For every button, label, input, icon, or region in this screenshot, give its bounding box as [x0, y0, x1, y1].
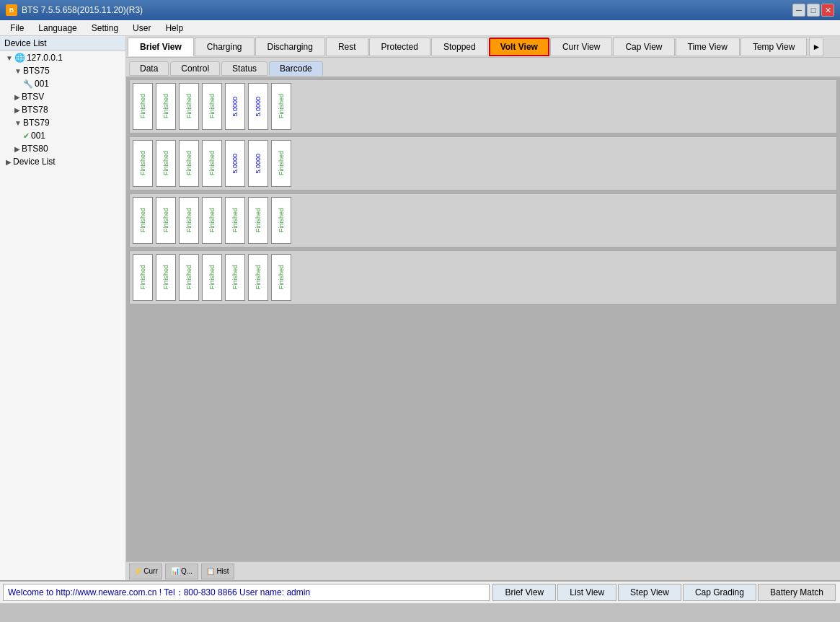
q-icon-button[interactable]: 📊 Q...	[165, 564, 198, 579]
battery-cell-1-3[interactable]: Finished	[179, 83, 199, 130]
sidebar-item-bts79-label: BTS79	[23, 118, 50, 128]
bottom-step-view-button[interactable]: Step View	[618, 584, 681, 601]
tab-protected[interactable]: Protected	[369, 38, 430, 56]
sidebar-item-001a-label: 001	[35, 79, 49, 89]
battery-row-3: Finished Finished Finished Finished Fini…	[129, 193, 837, 248]
window-controls[interactable]: ─ □ ✕	[792, 4, 834, 17]
hist-icon-button[interactable]: 📋 Hist	[201, 564, 234, 579]
menu-file[interactable]: File	[3, 22, 31, 35]
battery-cell-3-2[interactable]: Finished	[156, 197, 176, 244]
battery-cell-3-7[interactable]: Finished	[271, 197, 291, 244]
tab-charging[interactable]: Charging	[195, 38, 255, 56]
q-label: Q...	[181, 567, 193, 575]
battery-row-4: Finished Finished Finished Finished Fini…	[129, 250, 837, 305]
tab-cap-view[interactable]: Cap View	[613, 38, 674, 56]
sub-tab-control[interactable]: Control	[170, 61, 220, 76]
battery-cell-2-7[interactable]: Finished	[271, 140, 291, 187]
sidebar-item-bts75[interactable]: ▼ BTS75	[0, 64, 125, 77]
close-button[interactable]: ✕	[821, 4, 834, 17]
hist-icon: 📋	[206, 567, 215, 575]
window-title: BTS 7.5.5.658(2015.11.20)(R3)	[22, 5, 143, 15]
menu-language[interactable]: Language	[31, 22, 84, 35]
sub-tab-status[interactable]: Status	[221, 61, 268, 76]
battery-cell-2-2[interactable]: Finished	[156, 140, 176, 187]
arrow-right-icon: ▶	[14, 93, 20, 101]
app-icon: B	[6, 4, 17, 16]
battery-cell-4-2[interactable]: Finished	[156, 254, 176, 301]
arrow-down-icon: ▼	[14, 119, 22, 127]
battery-cell-1-6[interactable]: 5.0000	[248, 83, 268, 130]
minimize-button[interactable]: ─	[792, 4, 805, 17]
battery-cell-1-7[interactable]: Finished	[271, 83, 291, 130]
arrow-right-icon: ▶	[6, 158, 12, 166]
bottom-cap-grading-button[interactable]: Cap Grading	[683, 584, 756, 601]
arrow-right-icon: ▶	[14, 106, 20, 114]
menu-bar: File Language Setting User Help	[0, 20, 840, 36]
title-bar: B BTS 7.5.5.658(2015.11.20)(R3) ─ □ ✕	[0, 0, 840, 20]
battery-cell-3-5[interactable]: Finished	[225, 197, 245, 244]
sidebar-item-001b[interactable]: ✔ 001	[0, 129, 125, 142]
status-bar: ⚡ Curr 📊 Q... 📋 Hist	[126, 561, 840, 580]
arrow-down-icon: ▼	[6, 54, 13, 62]
check-icon: ✔	[23, 131, 30, 141]
sidebar-item-ip[interactable]: ▼ 🌐 127.0.0.1	[0, 51, 125, 64]
tab-rest[interactable]: Rest	[326, 38, 368, 56]
battery-cell-1-1[interactable]: Finished	[133, 83, 153, 130]
battery-cell-2-3[interactable]: Finished	[179, 140, 199, 187]
tab-discharging[interactable]: Discharging	[255, 38, 325, 56]
tab-time-view[interactable]: Time View	[676, 38, 740, 56]
menu-help[interactable]: Help	[158, 22, 190, 35]
sidebar-item-bts78[interactable]: ▶ BTS78	[0, 103, 125, 116]
hist-label: Hist	[216, 567, 229, 575]
battery-row-2: Finished Finished Finished Finished 5.00…	[129, 136, 837, 190]
menu-user[interactable]: User	[125, 22, 158, 35]
tab-volt-view[interactable]: Volt View	[489, 38, 549, 56]
battery-cell-1-4[interactable]: Finished	[202, 83, 222, 130]
battery-cell-4-5[interactable]: Finished	[225, 254, 245, 301]
battery-cell-2-5[interactable]: 5.0000	[225, 140, 245, 187]
battery-cell-3-3[interactable]: Finished	[179, 197, 199, 244]
tab-temp-view[interactable]: Temp View	[740, 38, 807, 56]
wrench-icon: 🔧	[23, 79, 33, 89]
chart-icon: 📊	[171, 567, 180, 575]
curr-icon-button[interactable]: ⚡ Curr	[129, 564, 162, 579]
sidebar-header: Device List	[0, 36, 125, 51]
battery-cell-3-4[interactable]: Finished	[202, 197, 222, 244]
maximize-button[interactable]: □	[807, 4, 820, 17]
battery-cell-4-1[interactable]: Finished	[133, 254, 153, 301]
battery-cell-3-1[interactable]: Finished	[133, 197, 153, 244]
battery-cell-3-6[interactable]: Finished	[248, 197, 268, 244]
sidebar-item-device-list2-label: Device List	[13, 157, 56, 167]
battery-cell-4-3[interactable]: Finished	[179, 254, 199, 301]
sidebar: Device List ▼ 🌐 127.0.0.1 ▼ BTS75 🔧 001 …	[0, 36, 126, 580]
curr-icon: ⚡	[133, 567, 142, 575]
sub-tab-barcode[interactable]: Barcode	[269, 61, 323, 76]
menu-setting[interactable]: Setting	[84, 22, 125, 35]
bottom-battery-match-button[interactable]: Battery Match	[758, 584, 836, 601]
battery-cell-1-5[interactable]: 5.0000	[225, 83, 245, 130]
sub-tab-data[interactable]: Data	[129, 61, 169, 76]
battery-cell-2-1[interactable]: Finished	[133, 140, 153, 187]
battery-cell-4-6[interactable]: Finished	[248, 254, 268, 301]
content-area: Brief View Charging Discharging Rest Pro…	[126, 36, 840, 580]
curr-label: Curr	[143, 567, 157, 575]
bottom-bar: Welcome to http://www.neware.com.cn ! Te…	[0, 580, 840, 603]
tab-curr-view[interactable]: Curr View	[550, 38, 612, 56]
main-layout: Device List ▼ 🌐 127.0.0.1 ▼ BTS75 🔧 001 …	[0, 36, 840, 580]
sidebar-item-bts80[interactable]: ▶ BTS80	[0, 142, 125, 155]
tab-brief-view[interactable]: Brief View	[128, 38, 194, 56]
sidebar-item-001a[interactable]: 🔧 001	[0, 77, 125, 90]
battery-cell-2-6[interactable]: 5.0000	[248, 140, 268, 187]
sidebar-item-device-list2[interactable]: ▶ Device List	[0, 155, 125, 168]
battery-cell-1-2[interactable]: Finished	[156, 83, 176, 130]
tab-stopped[interactable]: Stopped	[431, 38, 488, 56]
battery-cell-2-4[interactable]: Finished	[202, 140, 222, 187]
bottom-brief-view-button[interactable]: Brief View	[492, 584, 556, 601]
bottom-list-view-button[interactable]: List View	[557, 584, 616, 601]
battery-cell-4-4[interactable]: Finished	[202, 254, 222, 301]
sidebar-item-bts79[interactable]: ▼ BTS79	[0, 116, 125, 129]
tab-scroll-right[interactable]: ►	[809, 38, 823, 56]
sidebar-item-bts78-label: BTS78	[22, 105, 48, 115]
battery-cell-4-7[interactable]: Finished	[271, 254, 291, 301]
sidebar-item-btsv[interactable]: ▶ BTSV	[0, 90, 125, 103]
